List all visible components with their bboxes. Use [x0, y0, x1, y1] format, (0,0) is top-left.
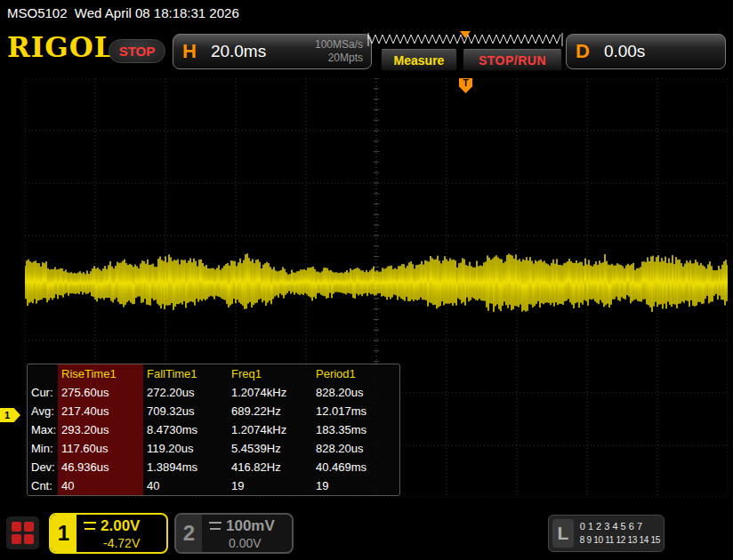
sample-rate: 100MSa/s: [315, 38, 363, 51]
measurement-value: 40: [143, 476, 228, 495]
measurement-value: 117.60us: [58, 439, 143, 458]
coupling-icon: [84, 522, 96, 530]
stop-run-button[interactable]: STOP/RUN: [463, 49, 562, 71]
channel2-offset: 0.00V: [209, 536, 286, 550]
measurement-value: 689.22Hz: [228, 402, 312, 420]
h-label: H: [182, 40, 197, 63]
measurement-row-label: Avg:: [28, 402, 58, 420]
run-state-indicator[interactable]: STOP: [109, 39, 165, 63]
channel1-offset: -4.72V: [84, 536, 161, 550]
measure-button[interactable]: Measure: [381, 49, 457, 71]
measurement-value: 119.20us: [143, 439, 228, 458]
digital-row2: 8 9 10 11 12 13 14 15: [580, 533, 660, 547]
measurement-value: 217.40us: [58, 402, 143, 420]
measurement-value: 709.32us: [143, 402, 228, 420]
measurement-row-label: Min:: [28, 439, 58, 458]
measurement-row-label: Cnt:: [28, 476, 58, 495]
measurement-row-label: Max:: [28, 420, 58, 439]
header: RIGOL STOP H 20.0ms 100MSa/s 20Mpts Meas…: [0, 27, 733, 75]
acquisition-info: 100MSa/s 20Mpts: [315, 38, 363, 65]
measurement-header-Freq1[interactable]: Freq1: [228, 364, 312, 383]
measurement-value: 275.60us: [58, 383, 143, 402]
timebase-value: 20.0ms: [211, 42, 266, 61]
measurement-value: 828.20us: [312, 383, 396, 402]
measurement-panel: RiseTime1FallTime1Freq1Period1Cur:275.60…: [27, 364, 400, 496]
channel1-scale: 2.00V: [101, 517, 140, 535]
measurement-value: 5.4539Hz: [228, 439, 312, 458]
measurement-value: 183.35ms: [312, 420, 396, 439]
measurement-value: 8.4730ms: [143, 420, 228, 439]
status-bar: MSO5102 Wed April 08 18:18:31 2026: [0, 0, 733, 27]
measurement-value: 416.82Hz: [228, 458, 312, 476]
measurement-value: 19: [228, 476, 312, 495]
digital-label: L: [552, 519, 574, 548]
delay-settings[interactable]: D 0.00s: [566, 34, 726, 69]
bottom-bar: 1 2.00V -4.72V 2 100mV 0.00V L 0 1 2 3 4…: [0, 507, 733, 560]
horizontal-settings[interactable]: H 20.0ms 100MSa/s 20Mpts: [173, 34, 372, 69]
measurement-row-label: Cur:: [28, 383, 58, 402]
delay-value: 0.00s: [604, 42, 645, 61]
measurement-row-label: Dev:: [28, 458, 58, 476]
measurement-value: 19: [312, 476, 396, 495]
rigol-logo: RIGOL: [7, 31, 115, 63]
measurement-value: 1.2074kHz: [228, 420, 312, 439]
channel1-badge[interactable]: 1 2.00V -4.72V: [49, 513, 168, 554]
measurement-value: 1.2074kHz: [228, 383, 312, 402]
coupling-icon: [209, 522, 222, 530]
channel1-number: 1: [51, 515, 77, 552]
measurement-value: 1.3894ms: [143, 458, 228, 476]
channel2-badge[interactable]: 2 100mV 0.00V: [174, 513, 294, 554]
measurement-corner: [28, 364, 58, 383]
measurement-header-RiseTime1[interactable]: RiseTime1: [58, 364, 143, 383]
measurement-value: 828.20us: [312, 439, 396, 458]
memory-depth: 20Mpts: [328, 52, 363, 64]
measurement-value: 293.20us: [58, 420, 143, 439]
timeline-strip[interactable]: [367, 31, 563, 48]
status-title: MSO5102 Wed April 08 18:18:31 2026: [7, 5, 239, 20]
measurement-value: 272.20us: [143, 383, 228, 402]
channel1-offset-marker[interactable]: 1: [0, 408, 20, 422]
measurement-value: 12.017ms: [312, 402, 396, 420]
measurement-value: 40.469ms: [312, 458, 396, 476]
digital-row1: 0 1 2 3 4 5 6 7: [580, 520, 660, 533]
measurement-value: 46.936us: [58, 458, 143, 476]
measurement-header-FallTime1[interactable]: FallTime1: [143, 364, 228, 383]
d-label: D: [576, 40, 590, 63]
digital-channels-badge[interactable]: L 0 1 2 3 4 5 6 7 8 9 10 11 12 13 14 15: [548, 515, 665, 552]
measurement-value: 40: [58, 476, 143, 495]
channel2-scale: 100mV: [226, 517, 275, 535]
measurement-header-Period1[interactable]: Period1: [312, 364, 396, 383]
menu-grid-icon[interactable]: [6, 516, 39, 549]
channel2-number: 2: [176, 515, 202, 552]
digital-channel-numbers: 0 1 2 3 4 5 6 7 8 9 10 11 12 13 14 15: [580, 520, 660, 547]
